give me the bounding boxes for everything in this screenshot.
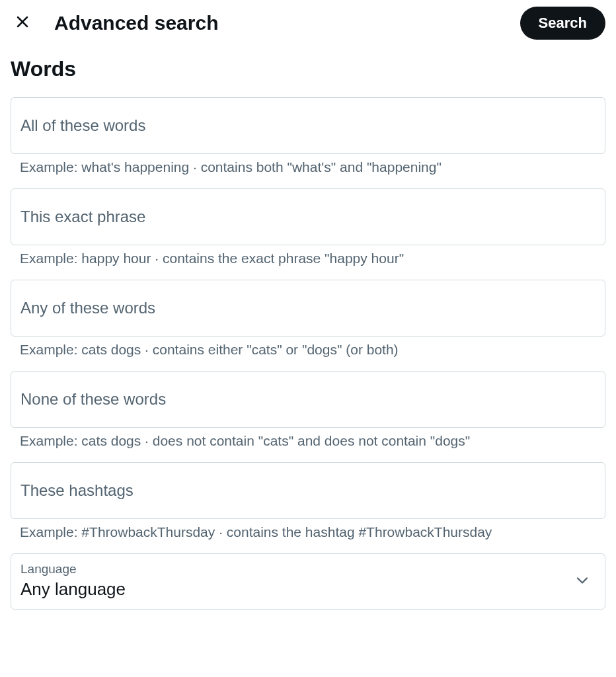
language-label: Language [20,562,596,577]
field-any-words: Example: cats dogs · contains either "ca… [0,280,616,371]
all-words-input[interactable] [11,97,605,154]
section-words-title: Words [0,46,616,97]
close-icon [15,14,30,32]
all-words-helper: Example: what's happening · contains bot… [11,159,605,175]
field-hashtags: Example: #ThrowbackThursday · contains t… [0,462,616,553]
hashtags-helper: Example: #ThrowbackThursday · contains t… [11,524,605,540]
modal-header: Advanced search Search [0,0,616,46]
language-select[interactable]: Language Any language [11,553,605,610]
none-words-helper: Example: cats dogs · does not contain "c… [11,433,605,449]
chevron-down-icon [573,571,592,592]
any-words-input[interactable] [11,280,605,337]
page-title: Advanced search [54,12,500,34]
hashtags-input[interactable] [11,462,605,519]
language-value: Any language [20,579,126,599]
exact-phrase-helper: Example: happy hour · contains the exact… [11,251,605,266]
search-button[interactable]: Search [520,7,605,40]
close-button[interactable] [11,11,34,35]
any-words-helper: Example: cats dogs · contains either "ca… [11,342,605,358]
none-words-input[interactable] [11,371,605,428]
field-language: Language Any language [0,553,616,623]
field-none-words: Example: cats dogs · does not contain "c… [0,371,616,462]
exact-phrase-input[interactable] [11,188,605,245]
field-all-words: Example: what's happening · contains bot… [0,97,616,188]
field-exact-phrase: Example: happy hour · contains the exact… [0,188,616,280]
